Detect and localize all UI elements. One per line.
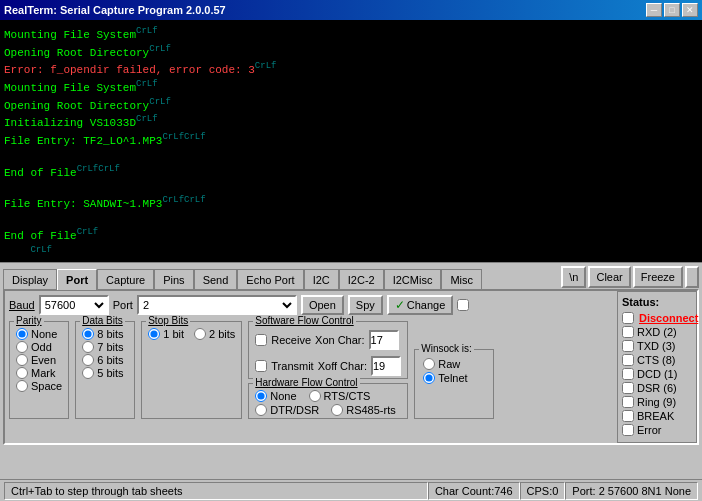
receive-checkbox[interactable] <box>255 334 267 346</box>
dsr-label: DSR (6) <box>637 382 677 394</box>
tab-capture[interactable]: Capture <box>97 269 154 289</box>
port-settings: Baud 57600 9600 115200 Port 2 1 3 Open S… <box>5 291 617 443</box>
status-panel: Status: Disconnect RXD (2) TXD (3) CTS (… <box>617 291 697 443</box>
terminal-line: End of FileCrLfCrLf <box>4 162 698 180</box>
parity-title: Parity <box>14 315 44 326</box>
terminal-line: End of FileCrLf <box>4 225 698 243</box>
terminal-line: File Entry: SANDWI~1.MP3CrLfCrLf <box>4 193 698 211</box>
baud-label: Baud <box>9 299 35 311</box>
terminal-line: Error: f_opendir failed, error code: 3Cr… <box>4 59 698 77</box>
freeze-button[interactable]: Freeze <box>633 266 683 288</box>
txd-label: TXD (3) <box>637 340 676 352</box>
terminal-line: File Entry: TF2_LO^1.MP3CrLfCrLf <box>4 130 698 148</box>
clear-button[interactable]: Clear <box>588 266 630 288</box>
winsock-raw[interactable] <box>423 358 435 370</box>
extra-button[interactable] <box>685 266 699 288</box>
terminal-line <box>4 211 698 225</box>
rxd-checkbox[interactable] <box>622 326 634 338</box>
break-label: BREAK <box>637 410 674 422</box>
xon-input[interactable] <box>369 330 399 350</box>
tab-i2cmisc[interactable]: I2CMisc <box>384 269 442 289</box>
terminal-line <box>4 179 698 193</box>
status-title: Status: <box>622 296 692 308</box>
hw-flow-options: None RTS/CTS <box>255 390 401 402</box>
tab-port[interactable]: Port <box>57 269 97 290</box>
tab-echoport[interactable]: Echo Port <box>237 269 303 289</box>
parity-even[interactable] <box>16 354 28 366</box>
databits-8[interactable] <box>82 328 94 340</box>
tab-i2c[interactable]: I2C <box>304 269 339 289</box>
stopbits-2[interactable] <box>194 328 206 340</box>
stopbits-title: Stop Bits <box>146 315 190 326</box>
spy-button[interactable]: Spy <box>348 295 383 315</box>
databits-7[interactable] <box>82 341 94 353</box>
open-button[interactable]: Open <box>301 295 344 315</box>
dcd-checkbox[interactable] <box>622 368 634 380</box>
stopbits-1[interactable] <box>148 328 160 340</box>
status-bar: Ctrl+Tab to step through tab sheets Char… <box>0 479 702 501</box>
transmit-checkbox[interactable] <box>255 360 267 372</box>
port-panel: Baud 57600 9600 115200 Port 2 1 3 Open S… <box>3 289 699 445</box>
baud-select[interactable]: 57600 9600 115200 <box>39 295 109 315</box>
parity-odd[interactable] <box>16 341 28 353</box>
databits-5[interactable] <box>82 367 94 379</box>
port-select[interactable]: 2 1 3 <box>137 295 297 315</box>
baud-row: Baud 57600 9600 115200 Port 2 1 3 Open S… <box>9 295 613 315</box>
terminal-line: Initializing VS1033DCrLf <box>4 112 698 130</box>
charcount-segment: Char Count:746 <box>428 482 520 500</box>
parity-group: Parity None Odd Even Mark Space <box>9 321 69 419</box>
txd-item: TXD (3) <box>622 340 692 352</box>
break-checkbox[interactable] <box>622 410 634 422</box>
terminal-line: CrLf <box>4 243 698 261</box>
databits-group: Data Bits 8 bits 7 bits 6 bits 5 bits <box>75 321 135 419</box>
parity-space[interactable] <box>16 380 28 392</box>
databits-title: Data Bits <box>80 315 125 326</box>
cts-checkbox[interactable] <box>622 354 634 366</box>
break-item: BREAK <box>622 410 692 422</box>
terminal-display: Mounting File SystemCrLf Opening Root Di… <box>0 20 702 262</box>
disconnect-label[interactable]: Disconnect <box>639 312 698 324</box>
tab-misc[interactable]: Misc <box>441 269 482 289</box>
tab-send[interactable]: Send <box>194 269 238 289</box>
error-checkbox[interactable] <box>622 424 634 436</box>
maximize-button[interactable]: □ <box>664 3 680 17</box>
error-label: Error <box>637 424 661 436</box>
rxd-label: RXD (2) <box>637 326 677 338</box>
tab-bar: Display Port Capture Pins Send Echo Port… <box>3 269 557 289</box>
hwflow-rs485[interactable] <box>331 404 343 416</box>
terminal-line: Opening Root DirectoryCrLf <box>4 42 698 60</box>
minimize-button[interactable]: ─ <box>646 3 662 17</box>
tab-pins[interactable]: Pins <box>154 269 193 289</box>
tab-display[interactable]: Display <box>3 269 57 289</box>
xoff-input[interactable] <box>371 356 401 376</box>
hwflow-none[interactable] <box>255 390 267 402</box>
terminal-line: Mounting File SystemCrLf <box>4 77 698 95</box>
close-button[interactable]: ✕ <box>682 3 698 17</box>
parity-options: None Odd Even Mark Space <box>16 328 62 392</box>
txd-checkbox[interactable] <box>622 340 634 352</box>
stopbits-group: Stop Bits 1 bit 2 bits <box>141 321 242 419</box>
hwflow-dtrdsr[interactable] <box>255 404 267 416</box>
parity-none[interactable] <box>16 328 28 340</box>
port-info-segment: Port: 2 57600 8N1 None <box>565 482 698 500</box>
hardware-flow-group: Hardware Flow Control None RTS/CTS DTR/D… <box>248 383 408 419</box>
hw-flow-options2: DTR/DSR RS485-rts <box>255 404 401 416</box>
change-button[interactable]: ✓ Change <box>387 295 454 315</box>
disconnect-checkbox[interactable] <box>622 312 634 324</box>
checkmark-icon: ✓ <box>395 298 405 312</box>
hwflow-rtscts[interactable] <box>309 390 321 402</box>
title-bar: RealTerm: Serial Capture Program 2.0.0.5… <box>0 0 702 20</box>
change-checkbox[interactable] <box>457 299 469 311</box>
dsr-checkbox[interactable] <box>622 382 634 394</box>
tab-i2c2[interactable]: I2C-2 <box>339 269 384 289</box>
cts-label: CTS (8) <box>637 354 676 366</box>
terminal-line <box>4 148 698 162</box>
transmit-row: Transmit Xoff Char: <box>255 356 401 376</box>
ring-label: Ring (9) <box>637 396 676 408</box>
parity-mark[interactable] <box>16 367 28 379</box>
databits-6[interactable] <box>82 354 94 366</box>
port-label: Port <box>113 299 133 311</box>
winsock-telnet[interactable] <box>423 372 435 384</box>
ring-checkbox[interactable] <box>622 396 634 408</box>
newline-button[interactable]: \n <box>561 266 586 288</box>
